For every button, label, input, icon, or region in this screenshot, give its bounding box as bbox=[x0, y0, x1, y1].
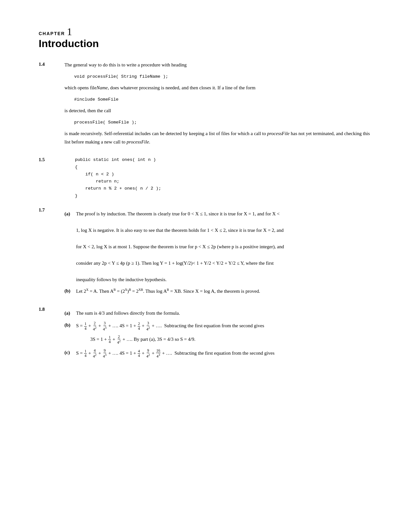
problem-1-4-code1: void processFile( String fileName ); bbox=[74, 73, 372, 80]
chapter-title: Introduction bbox=[39, 38, 372, 50]
problem-1-7: 1.7 (a) The proof is by induction. The t… bbox=[39, 207, 372, 299]
problem-1-7-content: (a) The proof is by induction. The theor… bbox=[64, 207, 372, 299]
part-a-content-1-8: The sum is 4/3 and follows directly from… bbox=[76, 309, 372, 318]
part-c-label-1-8: (c) bbox=[64, 349, 73, 357]
part-b-label-1-8: (b) bbox=[64, 321, 73, 330]
filename-italic: Name bbox=[96, 85, 108, 90]
problem-1-4-code3: processFile( SomeFile ); bbox=[74, 119, 372, 126]
problem-1-4-code2: #include SomeFile bbox=[74, 96, 372, 103]
problem-1-8-part-b: (b) S = 14 + 242 + 343 + …. 4S = 1 + 24 … bbox=[64, 321, 372, 331]
problem-1-8-content: (a) The sum is 4/3 and follows directly … bbox=[64, 306, 372, 362]
problem-1-4-middle1: which opens fileName, does whatever proc… bbox=[64, 84, 372, 92]
problem-1-4-content: The general way to do this is to write a… bbox=[64, 61, 372, 149]
problem-1-5: 1.5 public static int ones( int n ) { if… bbox=[39, 156, 372, 200]
chapter-label: CHAPTER 1 bbox=[39, 26, 372, 38]
problem-number-1-8: 1.8 bbox=[39, 306, 64, 312]
part-a-label: (a) bbox=[64, 210, 73, 218]
problem-1-7-part-b: (b) Let 2X = A. Then AB = (2X)B = 2XB. T… bbox=[64, 287, 372, 296]
problem-1-8-part-c: (c) S = 14 + 442 + 943 + …. 4S = 1 + 44 … bbox=[64, 349, 372, 359]
problem-1-8: 1.8 (a) The sum is 4/3 and follows direc… bbox=[39, 306, 372, 362]
problem-1-4-end: is made recursively. Self-referential in… bbox=[64, 130, 372, 146]
chapter-number: 1 bbox=[67, 26, 73, 37]
problem-1-8-part-b-result: 3S = 1 + 14 + 242 + …. By part (a), 3S =… bbox=[90, 335, 372, 345]
problem-1-4-middle2: is detected, then the call bbox=[64, 107, 372, 115]
problem-1-4-intro: The general way to do this is to write a… bbox=[64, 61, 372, 69]
problem-number-1-4: 1.4 bbox=[39, 61, 64, 67]
chapter-text: CHAPTER bbox=[39, 31, 65, 36]
part-b-label: (b) bbox=[64, 287, 73, 295]
problem-number-1-5: 1.5 bbox=[39, 156, 64, 163]
problem-1-8-part-a: (a) The sum is 4/3 and follows directly … bbox=[64, 309, 372, 318]
part-a-content: The proof is by induction. The theorem i… bbox=[76, 210, 372, 284]
problem-1-7-part-a: (a) The proof is by induction. The theor… bbox=[64, 210, 372, 284]
problem-1-5-code: public static int ones( int n ) { if( n … bbox=[64, 156, 372, 200]
problem-1-4: 1.4 The general way to do this is to wri… bbox=[39, 61, 372, 149]
part-b-content-1-8: S = 14 + 242 + 343 + …. 4S = 1 + 24 + 34… bbox=[76, 321, 372, 331]
part-b-content: Let 2X = A. Then AB = (2X)B = 2XB. Thus … bbox=[76, 287, 372, 296]
part-c-content-1-8: S = 14 + 442 + 943 + …. 4S = 1 + 44 + 94… bbox=[76, 349, 372, 359]
problem-number-1-7: 1.7 bbox=[39, 207, 64, 213]
problem-1-5-content: public static int ones( int n ) { if( n … bbox=[64, 156, 372, 200]
part-a-label-1-8: (a) bbox=[64, 309, 73, 318]
